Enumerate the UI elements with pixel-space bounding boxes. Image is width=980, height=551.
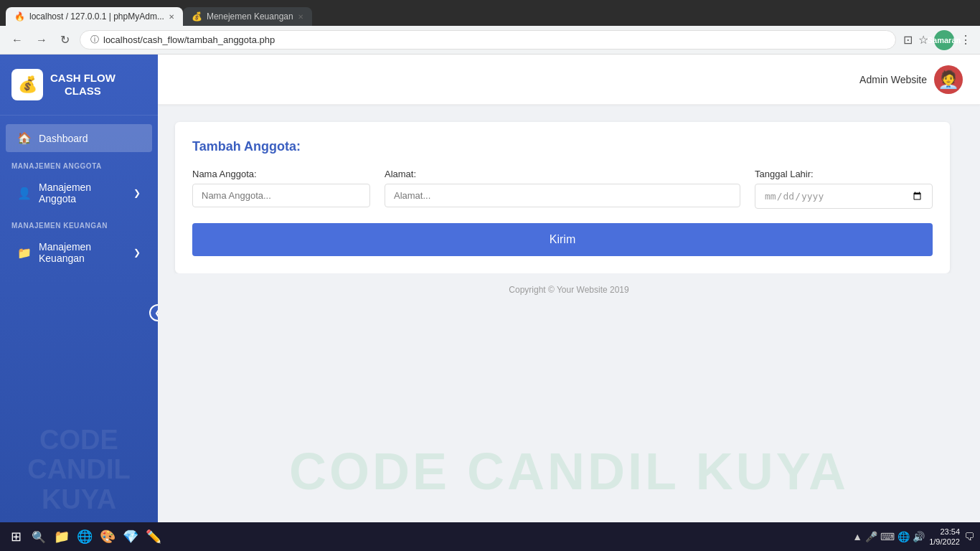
taskbar-time: 23:54 1/9/2022 [929,527,960,547]
windows-icon: ⊞ [11,529,22,545]
topbar-username: Admin Website [859,74,927,85]
form-title: Tambah Anggota: [192,139,933,154]
content-watermark: CODE CANDIL KUYA [158,442,980,501]
folder-icon: 📁 [17,246,32,260]
tab-2-close[interactable]: ✕ [298,13,303,21]
vscode-icon: 🎨 [100,529,116,545]
section-label-keuangan: MANAJEMEN KEUANGAN [0,213,158,232]
address-bar[interactable]: ⓘ localhost/cash_flow/tambah_anggota.php [80,30,896,50]
sidebar-nav: 🏠 Dashboard MANAJEMEN ANGGOTA 👤 Manajeme… [0,116,158,522]
nav-forward-button[interactable]: → [33,31,50,50]
app1-icon: 💎 [123,529,138,545]
taskbar-chrome[interactable]: 🌐 [75,527,95,547]
lock-icon: ⓘ [90,34,99,46]
form-row: Nama Anggota: Alamat: Tanggal Lahir: [192,169,933,209]
logo-text: CASH FLOWCLASS [50,72,116,98]
taskbar-search-button[interactable]: 🔍 [29,527,49,547]
alamat-input[interactable] [385,184,740,207]
address-text: localhost/cash_flow/tambah_anggota.php [103,34,275,45]
sidebar-item-manajemen-keuangan[interactable]: 📁 Manajemen Keuangan ❯ [6,234,152,271]
sidebar-item-anggota-label: Manajemen Anggota [39,182,126,204]
microphone-icon: 🎤 [865,531,877,542]
tanggal-label: Tanggal Lahir: [755,169,933,179]
browser-user-avatar[interactable]: Samaran [934,30,954,50]
notification-icon[interactable]: 🗨 [964,531,974,542]
app2-icon: ✏️ [146,529,161,545]
form-group-nama: Nama Anggota: [192,169,370,209]
search-icon: 🔍 [32,530,46,544]
address-bar-row: ← → ↻ ⓘ localhost/cash_flow/tambah_anggo… [0,26,980,55]
network-icon: 🌐 [897,531,910,542]
taskbar-right: ▲ 🎤 ⌨ 🌐 🔊 23:54 1/9/2022 🗨 [852,527,974,547]
clock: 23:54 [929,527,960,537]
submit-button[interactable]: Kirim [192,223,933,256]
sidebar-logo: 💰 CASH FLOWCLASS [0,55,158,116]
taskbar: ⊞ 🔍 📁 🌐 🎨 💎 ✏️ ▲ 🎤 ⌨ 🌐 🔊 23:54 1/9/2022 … [0,522,980,551]
browser-actions: ⊡ ☆ Samaran ⋮ [903,30,971,50]
chevron-right-icon-2: ❯ [133,248,141,258]
sidebar: 💰 CASH FLOWCLASS 🏠 Dashboard MANAJEMEN A… [0,55,158,522]
taskbar-vscode[interactable]: 🎨 [98,527,118,547]
form-card: Tambah Anggota: Nama Anggota: Alamat: [175,122,950,273]
tab-1-close[interactable]: ✕ [169,13,174,21]
topbar-user: Admin Website 🧑‍💼 [859,65,963,94]
logo-icon: 💰 [11,69,43,100]
sidebar-item-manajemen-anggota[interactable]: 👤 Manajemen Anggota ❯ [6,174,152,212]
folder-icon: 📁 [54,529,70,545]
taskbar-app1[interactable]: 💎 [121,527,141,547]
nama-label: Nama Anggota: [192,169,370,179]
sidebar-item-keuangan-label: Manajemen Keuangan [39,241,126,264]
chevron-left-icon: ❮ [154,308,158,318]
topbar: Admin Website 🧑‍💼 [158,55,980,105]
volume-icon[interactable]: 🔊 [913,531,925,542]
tanggal-input[interactable] [755,184,933,209]
sidebar-item-dashboard[interactable]: 🏠 Dashboard [6,124,152,152]
tab-2[interactable]: 💰 Menejemen Keuangan ✕ [183,7,312,26]
taskbar-start-button[interactable]: ⊞ [6,527,26,547]
tab-2-label: Menejemen Keuangan [207,11,293,22]
home-icon: 🏠 [17,131,32,145]
browser-user-initials: Samaran [928,36,961,44]
keyboard-icon: ⌨ [880,531,895,542]
user-icon: 👤 [17,187,32,200]
tab-1-label: localhost / 127.0.0.1 | phpMyAdm... [29,11,164,22]
taskbar-file-explorer[interactable]: 📁 [52,527,72,547]
taskbar-app2[interactable]: ✏️ [143,527,164,547]
browser-tab-bar: 🔥 localhost / 127.0.0.1 | phpMyAdm... ✕ … [0,0,980,26]
chrome-icon: 🌐 [77,529,93,545]
form-group-alamat: Alamat: [385,169,740,209]
tab-1[interactable]: 🔥 localhost / 127.0.0.1 | phpMyAdm... ✕ [6,7,183,26]
main-content: Admin Website 🧑‍💼 CODE CANDIL KUYA Tamba… [158,55,980,522]
taskbar-sys-icons: ▲ 🎤 ⌨ 🌐 🔊 [852,531,925,542]
sidebar-item-dashboard-label: Dashboard [39,133,88,144]
app-container: 💰 CASH FLOWCLASS 🏠 Dashboard MANAJEMEN A… [0,55,980,522]
menu-icon[interactable]: ⋮ [960,33,971,47]
alamat-label: Alamat: [385,169,740,179]
form-group-tanggal: Tanggal Lahir: [755,169,933,209]
section-label-anggota: MANAJEMEN ANGGOTA [0,154,158,173]
logo-emoji: 💰 [18,75,37,94]
nav-back-button[interactable]: ← [9,31,26,50]
topbar-avatar: 🧑‍💼 [934,65,963,94]
footer-text: Copyright © Your Website 2019 [509,285,628,295]
avatar-emoji: 🧑‍💼 [938,70,959,90]
date-display: 1/9/2022 [929,537,960,547]
footer: Copyright © Your Website 2019 [175,273,963,306]
arrow-up-icon[interactable]: ▲ [852,531,862,542]
chevron-right-icon: ❯ [133,188,141,198]
nama-input[interactable] [192,184,370,207]
cast-icon[interactable]: ⊡ [903,33,913,47]
content-area: CODE CANDIL KUYA Tambah Anggota: Nama An… [158,105,980,522]
nav-refresh-button[interactable]: ↻ [57,30,72,50]
tab-1-favicon: 🔥 [14,11,25,22]
tab-2-favicon: 💰 [192,11,202,22]
